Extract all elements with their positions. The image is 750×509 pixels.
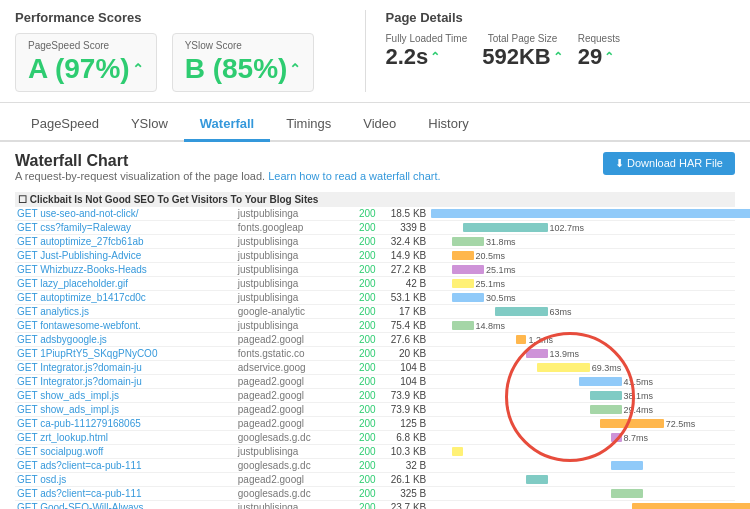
- page-section-title: Page Details: [386, 10, 736, 25]
- url-cell: GET Integrator.js?domain-ju: [15, 361, 236, 375]
- url-cell: GET lazy_placeholder.gif: [15, 277, 236, 291]
- header: Performance Scores PageSpeed Score A (97…: [0, 0, 750, 103]
- status-cell: 200: [353, 487, 381, 501]
- size-cell: 18.5 KB: [381, 207, 429, 221]
- table-row: GET adsbygoogle.jspagead2.googl20027.6 K…: [15, 333, 735, 347]
- url-cell: GET show_ads_impl.js: [15, 389, 236, 403]
- tab-video[interactable]: Video: [347, 108, 412, 142]
- url-cell: GET autoptimize_27fcb61ab: [15, 235, 236, 249]
- size-cell: 32.4 KB: [381, 235, 429, 249]
- domain-cell: justpublisinga: [236, 291, 353, 305]
- download-har-button[interactable]: ⬇ Download HAR File: [603, 152, 735, 175]
- domain-cell: pagead2.googl: [236, 473, 353, 487]
- domain-cell: adservice.goog: [236, 361, 353, 375]
- status-cell: 200: [353, 263, 381, 277]
- size-cell: 27.2 KB: [381, 263, 429, 277]
- table-row: GET show_ads_impl.jspagead2.googl20073.9…: [15, 403, 735, 417]
- performance-scores: Performance Scores PageSpeed Score A (97…: [15, 10, 365, 92]
- section-checkbox: ☐: [18, 194, 27, 205]
- url-cell: GET ca-pub-111279168065: [15, 417, 236, 431]
- bar-cell: 924.9ms: [429, 207, 735, 221]
- waterfall-area: ☐ Clickbait Is Not Good SEO To Get Visit…: [15, 192, 735, 509]
- domain-cell: fonts.gstatic.co: [236, 347, 353, 361]
- page-details-row: Fully Loaded Time 2.2s⌃ Total Page Size …: [386, 33, 736, 70]
- size-cell: 27.6 KB: [381, 333, 429, 347]
- tab-waterfall[interactable]: Waterfall: [184, 108, 270, 142]
- chart-header: Waterfall Chart A request-by-request vis…: [15, 152, 735, 188]
- bar-cell: 41.5ms: [429, 375, 735, 389]
- bar-cell: 14.8ms: [429, 319, 735, 333]
- tab-timings[interactable]: Timings: [270, 108, 347, 142]
- table-row: GET ads?client=ca-pub-111googlesads.g.dc…: [15, 459, 735, 473]
- domain-cell: pagead2.googl: [236, 389, 353, 403]
- bar-cell: 29.4ms: [429, 403, 735, 417]
- status-cell: 200: [353, 277, 381, 291]
- table-row: GET Whizbuzz-Books-Headsjustpublisinga20…: [15, 263, 735, 277]
- table-row: GET Integrator.js?domain-jupagead2.googl…: [15, 375, 735, 389]
- loaded-time-label: Fully Loaded Time: [386, 33, 468, 44]
- requests-arrow: ⌃: [604, 50, 614, 64]
- domain-cell: justpublisinga: [236, 263, 353, 277]
- domain-cell: pagead2.googl: [236, 333, 353, 347]
- pagespeed-card: PageSpeed Score A (97%) ⌃: [15, 33, 157, 92]
- yslow-arrow: ⌃: [289, 61, 301, 77]
- size-cell: 125 B: [381, 417, 429, 431]
- url-cell: GET show_ads_impl.js: [15, 403, 236, 417]
- table-row: GET fontawesome-webfont.justpublisinga20…: [15, 319, 735, 333]
- table-row: GET ads?client=ca-pub-111googlesads.g.dc…: [15, 487, 735, 501]
- bar-cell: 25.1ms: [429, 263, 735, 277]
- table-row: GET lazy_placeholder.gifjustpublisinga20…: [15, 277, 735, 291]
- bar-cell: [429, 459, 735, 473]
- url-cell: GET zrt_lookup.html: [15, 431, 236, 445]
- status-cell: 200: [353, 389, 381, 403]
- section-header-row: ☐ Clickbait Is Not Good SEO To Get Visit…: [15, 192, 735, 207]
- url-cell: GET use-seo-and-not-click/: [15, 207, 236, 221]
- learn-link[interactable]: Learn how to read a waterfall chart.: [268, 170, 440, 182]
- table-row: GET osd.jspagead2.googl20026.1 KB: [15, 473, 735, 487]
- status-cell: 200: [353, 403, 381, 417]
- domain-cell: google-analytic: [236, 305, 353, 319]
- table-row: GET autoptimize_27fcb61abjustpublisinga2…: [15, 235, 735, 249]
- table-row: GET socialpug.woffjustpublisinga20010.3 …: [15, 445, 735, 459]
- domain-cell: googlesads.g.dc: [236, 431, 353, 445]
- bar-cell: 13.9ms: [429, 347, 735, 361]
- status-cell: 200: [353, 473, 381, 487]
- status-cell: 200: [353, 459, 381, 473]
- tab-history[interactable]: History: [412, 108, 484, 142]
- table-row: GET 1PiupRtY5_SKqgPNyCO0fonts.gstatic.co…: [15, 347, 735, 361]
- status-cell: 200: [353, 319, 381, 333]
- domain-cell: justpublisinga: [236, 207, 353, 221]
- tab-yslow[interactable]: YSlow: [115, 108, 184, 142]
- domain-cell: pagead2.googl: [236, 417, 353, 431]
- perf-section-title: Performance Scores: [15, 10, 365, 25]
- page-size-value: 592KB⌃: [482, 44, 562, 70]
- pagespeed-value: A (97%) ⌃: [28, 53, 144, 85]
- table-row: GET Good-SEO-Will-Alwaysjustpublisinga20…: [15, 501, 735, 510]
- size-cell: 10.3 KB: [381, 445, 429, 459]
- url-cell: GET socialpug.woff: [15, 445, 236, 459]
- tab-pagespeed[interactable]: PageSpeed: [15, 108, 115, 142]
- size-cell: 53.1 KB: [381, 291, 429, 305]
- domain-cell: justpublisinga: [236, 319, 353, 333]
- domain-cell: googlesads.g.dc: [236, 487, 353, 501]
- table-row: GET zrt_lookup.htmlgooglesads.g.dc2006.8…: [15, 431, 735, 445]
- bar-cell: [429, 445, 735, 459]
- status-cell: 200: [353, 305, 381, 319]
- status-cell: 200: [353, 501, 381, 510]
- bar-cell: 1.2ms: [429, 333, 735, 347]
- table-row: GET css?family=Ralewayfonts.googleap2003…: [15, 221, 735, 235]
- domain-cell: justpublisinga: [236, 277, 353, 291]
- domain-cell: fonts.googleap: [236, 221, 353, 235]
- table-row: GET Just-Publishing-Advicejustpublisinga…: [15, 249, 735, 263]
- size-cell: 17 KB: [381, 305, 429, 319]
- url-cell: GET Just-Publishing-Advice: [15, 249, 236, 263]
- domain-cell: justpublisinga: [236, 501, 353, 510]
- url-cell: GET osd.js: [15, 473, 236, 487]
- page-size-label: Total Page Size: [482, 33, 562, 44]
- size-cell: 325 B: [381, 487, 429, 501]
- domain-cell: justpublisinga: [236, 445, 353, 459]
- url-cell: GET ads?client=ca-pub-111: [15, 487, 236, 501]
- bar-cell: 30.5ms: [429, 291, 735, 305]
- url-cell: GET ads?client=ca-pub-111: [15, 459, 236, 473]
- size-cell: 32 B: [381, 459, 429, 473]
